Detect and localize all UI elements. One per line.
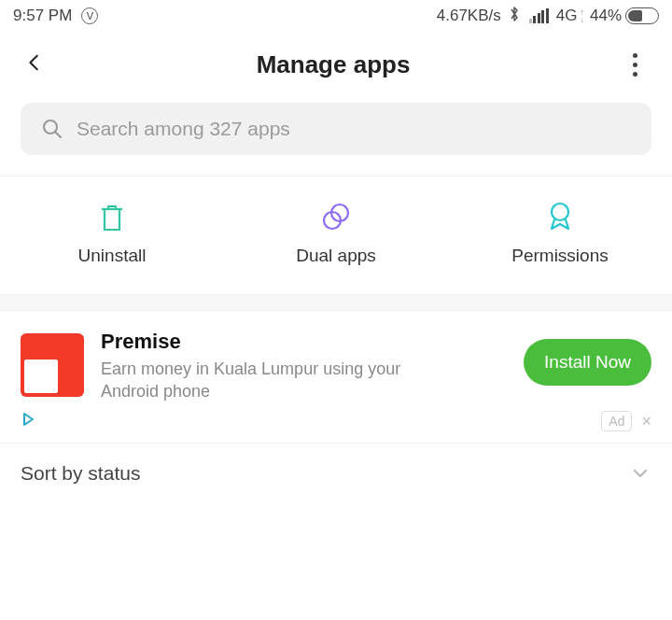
status-left: 9:57 PM V [13,7,98,25]
section-gap [0,294,672,311]
trash-icon [95,201,129,234]
ad-play-icon[interactable] [21,412,35,430]
chevron-down-icon [629,462,651,485]
back-chevron-icon [24,52,45,73]
menu-dots-icon [633,53,637,58]
search-container: Search among 327 apps [0,97,672,176]
signal-icon [529,8,549,23]
header-bar: Manage apps [0,32,672,97]
permissions-ribbon-icon [543,201,577,234]
status-time: 9:57 PM [13,7,72,25]
ad-badge: Ad [601,411,632,431]
svg-point-4 [552,204,568,220]
ad-text: Premise Earn money in Kuala Lumpur using… [101,330,507,403]
vpn-indicator-icon: V [81,7,98,24]
ad-title: Premise [101,330,507,354]
search-input[interactable]: Search among 327 apps [21,103,651,155]
network-arrows-icon: ↑↓ [580,8,584,23]
actions-row: Uninstall Dual apps Permissions [0,176,672,294]
action-label: Permissions [511,246,608,266]
search-icon [41,118,63,140]
ad-close-button[interactable]: × [641,413,651,430]
status-data-rate: 4.67KB/s [437,7,501,25]
action-dual-apps[interactable]: Dual apps [225,201,447,266]
ad-card[interactable]: Premise Earn money in Kuala Lumpur using… [0,311,672,409]
status-right: 4.67KB/s 4G ↑↓ 44% [437,6,659,27]
action-permissions[interactable]: Permissions [449,201,671,266]
battery-icon [625,7,659,24]
ad-badge-area: Ad × [601,411,651,431]
ad-app-icon [21,333,84,397]
sort-label: Sort by status [21,462,140,485]
more-menu-button[interactable] [622,53,648,77]
action-uninstall[interactable]: Uninstall [1,201,223,266]
bluetooth-icon [507,6,522,27]
battery-pct: 44% [590,7,622,25]
back-button[interactable] [24,52,45,77]
ad-footer: Ad × [0,409,672,443]
dual-apps-icon [319,201,353,234]
page-title: Manage apps [257,50,411,79]
search-placeholder: Search among 327 apps [77,118,290,140]
ad-subtitle: Earn money in Kuala Lumpur using your An… [101,358,437,403]
sort-row[interactable]: Sort by status [0,443,672,504]
status-bar: 9:57 PM V 4.67KB/s 4G ↑↓ 44% [0,0,672,32]
install-now-button[interactable]: Install Now [524,339,651,386]
svg-line-1 [55,132,61,137]
battery-indicator: 44% [590,7,659,25]
action-label: Uninstall [78,246,147,266]
network-type: 4G [556,7,578,25]
action-label: Dual apps [296,246,376,266]
